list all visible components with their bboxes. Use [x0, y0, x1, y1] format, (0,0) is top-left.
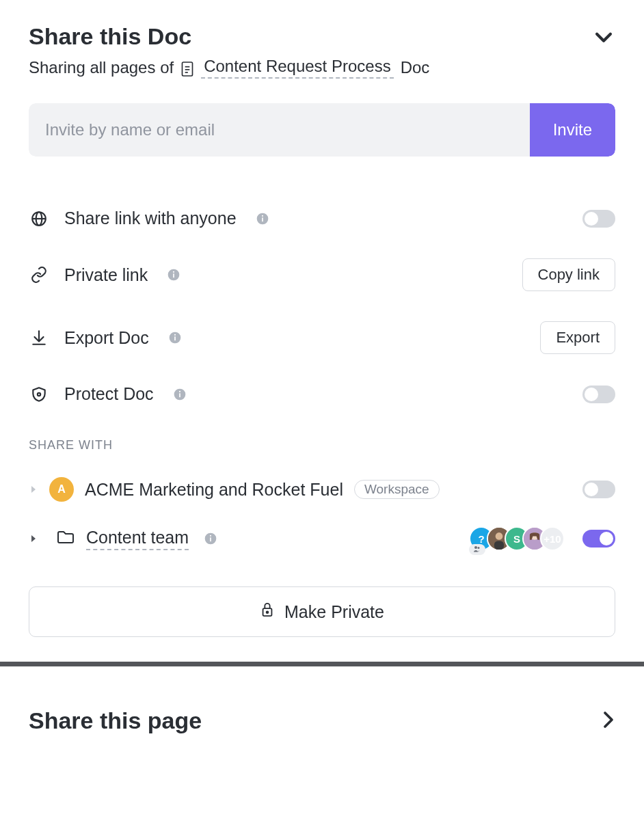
- globe-icon: [29, 210, 49, 228]
- share-link-toggle[interactable]: [582, 210, 615, 228]
- share-row-workspace: A ACME Marketing and Rocket Fuel Workspa…: [29, 465, 615, 514]
- svg-point-30: [496, 532, 503, 540]
- document-icon: [180, 58, 194, 77]
- svg-point-17: [174, 334, 176, 336]
- shield-icon: [29, 386, 49, 403]
- info-icon[interactable]: [167, 268, 180, 282]
- subheader: Sharing all pages of Content Request Pro…: [29, 57, 615, 79]
- svg-rect-31: [494, 541, 504, 550]
- info-icon[interactable]: [168, 331, 182, 344]
- invite-button[interactable]: Invite: [530, 103, 615, 157]
- export-button[interactable]: Export: [540, 321, 615, 354]
- download-icon: [29, 329, 49, 347]
- caret-right-icon[interactable]: [29, 534, 38, 543]
- caret-right-icon[interactable]: [29, 485, 38, 494]
- svg-point-9: [261, 215, 263, 216]
- svg-point-21: [179, 390, 180, 392]
- make-private-label: Make Private: [284, 602, 384, 622]
- team-name[interactable]: Content team: [86, 528, 189, 550]
- svg-point-26: [210, 535, 211, 537]
- folder-icon: [56, 529, 75, 548]
- svg-point-35: [267, 611, 269, 613]
- share-link-label: Share link with anyone: [64, 208, 237, 228]
- link-icon: [29, 266, 49, 284]
- workspace-name[interactable]: ACME Marketing and Rocket Fuel: [85, 480, 343, 500]
- divider: [0, 662, 644, 666]
- private-link-label: Private link: [64, 265, 148, 285]
- subheader-prefix: Sharing all pages of: [29, 58, 174, 77]
- svg-point-27: [474, 546, 477, 549]
- svg-marker-22: [31, 486, 36, 493]
- share-with-section-label: SHARE WITH: [29, 438, 615, 452]
- people-icon: [469, 544, 485, 555]
- lock-icon: [260, 601, 275, 623]
- doc-name[interactable]: Content Request Process: [201, 57, 393, 79]
- protect-toggle[interactable]: [582, 386, 615, 403]
- chevron-down-icon[interactable]: [592, 25, 615, 49]
- copy-link-button[interactable]: Copy link: [522, 258, 615, 291]
- workspace-toggle[interactable]: [582, 481, 615, 498]
- svg-point-28: [478, 547, 480, 549]
- chevron-right-icon[interactable]: [602, 709, 615, 733]
- info-icon[interactable]: [256, 212, 269, 226]
- info-icon[interactable]: [173, 388, 187, 401]
- dialog-title: Share this Doc: [29, 23, 191, 50]
- make-private-button[interactable]: Make Private: [29, 586, 615, 637]
- info-icon[interactable]: [204, 532, 217, 545]
- workspace-avatar: A: [49, 477, 74, 502]
- export-label: Export Doc: [64, 328, 149, 348]
- workspace-badge: Workspace: [354, 480, 440, 499]
- member-avatars[interactable]: ? S +10: [469, 526, 565, 551]
- svg-point-12: [173, 271, 174, 273]
- svg-marker-23: [31, 535, 36, 542]
- svg-rect-11: [173, 273, 174, 278]
- team-toggle[interactable]: [582, 530, 615, 548]
- subheader-suffix: Doc: [401, 58, 430, 77]
- share-row-team: Content team ? S +10: [29, 514, 615, 563]
- svg-rect-25: [210, 537, 211, 541]
- protect-label: Protect Doc: [64, 384, 154, 404]
- svg-rect-20: [179, 393, 180, 397]
- svg-rect-16: [174, 336, 176, 340]
- avatar-count: +10: [540, 526, 565, 551]
- share-page-title: Share this page: [29, 707, 202, 734]
- svg-point-18: [38, 392, 40, 395]
- svg-rect-8: [262, 217, 263, 221]
- invite-input[interactable]: [29, 103, 530, 157]
